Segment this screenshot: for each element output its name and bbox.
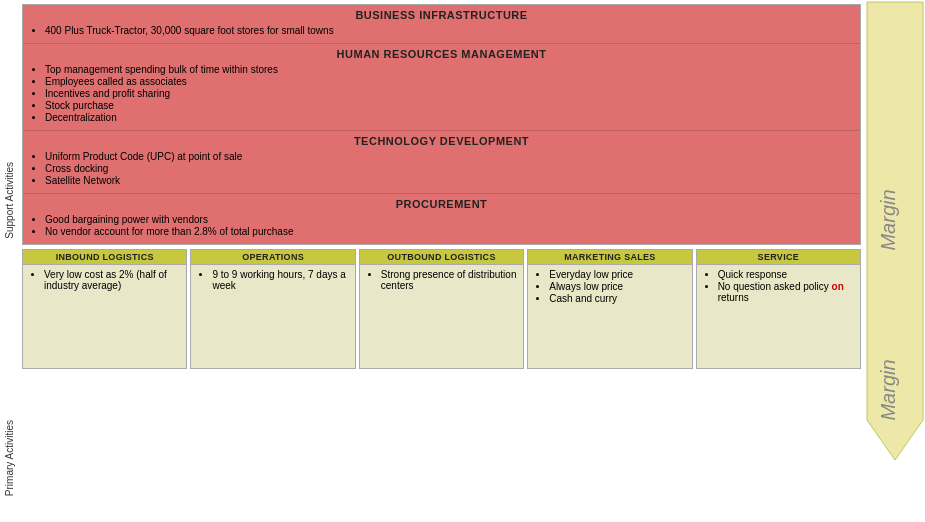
primary-col-content-marketing-sales: Everyday low priceAlways low priceCash a… xyxy=(528,265,691,368)
primary-activities-label-wrapper: Primary Activities xyxy=(0,395,18,522)
primary-column-operations: OPERATIONS9 to 9 working hours, 7 days a… xyxy=(190,249,355,369)
primary-column-service: SERVICEQuick responseNo question asked p… xyxy=(696,249,861,369)
bullet-list-human-resources: Top management spending bulk of time wit… xyxy=(29,64,854,123)
list-item: Decentralization xyxy=(45,112,854,123)
primary-activities-label: Primary Activities xyxy=(4,420,15,496)
svg-text:Margin: Margin xyxy=(877,189,899,250)
primary-column-inbound-logistics: INBOUND LOGISTICSVery low cost as 2% (ha… xyxy=(22,249,187,369)
bullet-list-business-infrastructure: 400 Plus Truck-Tractor, 30,000 square fo… xyxy=(29,25,854,36)
list-item: Strong presence of distribution centers xyxy=(381,269,518,291)
primary-bullet-list-marketing-sales: Everyday low priceAlways low priceCash a… xyxy=(533,269,686,304)
support-section-procurement: PROCUREMENTGood bargaining power with ve… xyxy=(23,194,860,244)
list-item: Incentives and profit sharing xyxy=(45,88,854,99)
list-item: 400 Plus Truck-Tractor, 30,000 square fo… xyxy=(45,25,854,36)
list-item: No question asked policy on returns xyxy=(718,281,855,303)
primary-col-title-inbound-logistics: INBOUND LOGISTICS xyxy=(23,250,186,265)
left-labels: Support Activities Primary Activities xyxy=(0,0,18,522)
section-title-procurement: PROCUREMENT xyxy=(29,198,854,210)
bullet-list-technology-development: Uniform Product Code (UPC) at point of s… xyxy=(29,151,854,186)
support-section-technology-development: TECHNOLOGY DEVELOPMENTUniform Product Co… xyxy=(23,131,860,194)
margin-arrow-container: Margin Margin xyxy=(865,0,925,516)
primary-col-title-service: SERVICE xyxy=(697,250,860,265)
primary-column-marketing-sales: MARKETING SALESEveryday low priceAlways … xyxy=(527,249,692,369)
list-item: Everyday low price xyxy=(549,269,686,280)
list-item: Cross docking xyxy=(45,163,854,174)
primary-col-content-operations: 9 to 9 working hours, 7 days a week xyxy=(191,265,354,368)
highlight-text: on xyxy=(832,281,844,292)
list-item: Good bargaining power with vendors xyxy=(45,214,854,225)
support-area: BUSINESS INFRASTRUCTURE400 Plus Truck-Tr… xyxy=(22,4,861,245)
support-activities-label-wrapper: Support Activities xyxy=(0,5,18,395)
primary-bullet-list-outbound-logistics: Strong presence of distribution centers xyxy=(365,269,518,291)
primary-col-title-operations: OPERATIONS xyxy=(191,250,354,265)
section-title-human-resources: HUMAN RESOURCES MANAGEMENT xyxy=(29,48,854,60)
support-section-business-infrastructure: BUSINESS INFRASTRUCTURE400 Plus Truck-Tr… xyxy=(23,5,860,44)
list-item: Top management spending bulk of time wit… xyxy=(45,64,854,75)
section-title-technology-development: TECHNOLOGY DEVELOPMENT xyxy=(29,135,854,147)
support-activities-label: Support Activities xyxy=(4,162,15,239)
list-item: Quick response xyxy=(718,269,855,280)
list-item: Always low price xyxy=(549,281,686,292)
primary-area: INBOUND LOGISTICSVery low cost as 2% (ha… xyxy=(22,249,861,369)
list-item: 9 to 9 working hours, 7 days a week xyxy=(212,269,349,291)
primary-col-title-outbound-logistics: OUTBOUND LOGISTICS xyxy=(360,250,523,265)
primary-bullet-list-operations: 9 to 9 working hours, 7 days a week xyxy=(196,269,349,291)
margin-arrow-svg: Margin Margin xyxy=(865,0,925,516)
main-content: BUSINESS INFRASTRUCTURE400 Plus Truck-Tr… xyxy=(18,0,865,522)
list-item: Very low cost as 2% (half of industry av… xyxy=(44,269,181,291)
list-item: No vendor account for more than 2.8% of … xyxy=(45,226,854,237)
primary-bullet-list-inbound-logistics: Very low cost as 2% (half of industry av… xyxy=(28,269,181,291)
section-title-business-infrastructure: BUSINESS INFRASTRUCTURE xyxy=(29,9,854,21)
list-item: Cash and curry xyxy=(549,293,686,304)
primary-col-content-outbound-logistics: Strong presence of distribution centers xyxy=(360,265,523,368)
support-section-human-resources: HUMAN RESOURCES MANAGEMENTTop management… xyxy=(23,44,860,131)
bullet-list-procurement: Good bargaining power with vendorsNo ven… xyxy=(29,214,854,237)
list-item: Uniform Product Code (UPC) at point of s… xyxy=(45,151,854,162)
list-item: Satellite Network xyxy=(45,175,854,186)
primary-column-outbound-logistics: OUTBOUND LOGISTICSStrong presence of dis… xyxy=(359,249,524,369)
primary-col-content-service: Quick responseNo question asked policy o… xyxy=(697,265,860,368)
list-item: Employees called as associates xyxy=(45,76,854,87)
list-item: Stock purchase xyxy=(45,100,854,111)
primary-col-title-marketing-sales: MARKETING SALES xyxy=(528,250,691,265)
primary-bullet-list-service: Quick responseNo question asked policy o… xyxy=(702,269,855,303)
svg-text:Margin: Margin xyxy=(877,359,899,420)
primary-col-content-inbound-logistics: Very low cost as 2% (half of industry av… xyxy=(23,265,186,368)
